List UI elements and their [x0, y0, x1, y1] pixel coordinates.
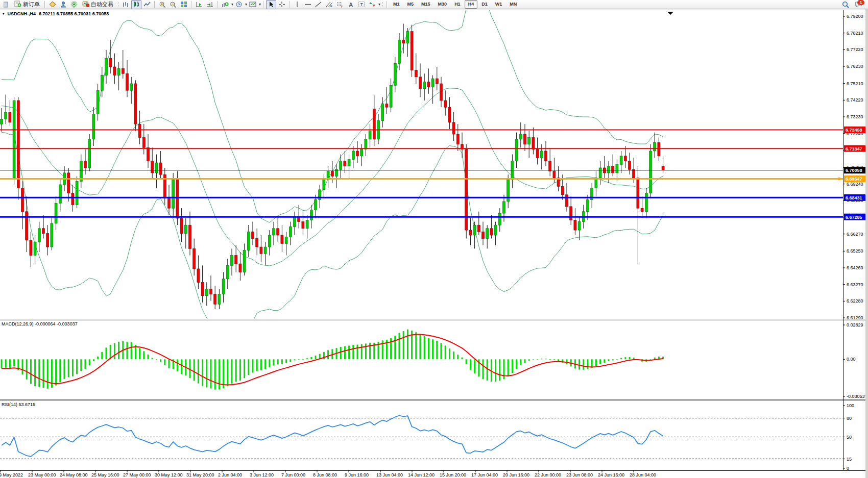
- auto-trading-icon: [82, 1, 89, 8]
- chart-marker-icon: ▾: [3, 12, 5, 16]
- timeframe-m30[interactable]: M30: [435, 0, 451, 9]
- text-tool-icon[interactable]: A: [346, 0, 356, 9]
- time-label: 28 Jun 04:00: [630, 472, 656, 477]
- svg-text:15: 15: [847, 457, 852, 462]
- fibonacci-tool-icon[interactable]: F: [335, 0, 345, 9]
- line-chart-type-icon[interactable]: [142, 0, 152, 9]
- toolbar-separator: [44, 1, 45, 8]
- arrows-caret-icon[interactable]: ▾: [378, 2, 380, 7]
- rsi-value: 53.6715: [19, 402, 36, 407]
- time-label: 13 Jun 04:00: [376, 472, 403, 477]
- time-label: 23 May 00:00: [28, 472, 56, 477]
- time-label: 30 May 12:00: [155, 472, 183, 477]
- chart-title: ▾ USDCNH-,H4 6.70211 6.70355 6.70031 6.7…: [3, 11, 109, 16]
- indicators-caret-icon[interactable]: ▾: [231, 2, 233, 7]
- svg-text:6.67285: 6.67285: [846, 215, 862, 220]
- time-label: 15 Jun 20:00: [440, 472, 466, 477]
- toolbar-separator: [263, 1, 264, 8]
- timeframe-w1[interactable]: W1: [492, 0, 506, 9]
- periods-caret-icon[interactable]: ▾: [245, 2, 247, 7]
- auto-trading-label: 自动交易: [91, 1, 113, 8]
- tile-windows-icon[interactable]: [179, 0, 189, 9]
- notifications-button[interactable]: 1: [854, 1, 863, 9]
- svg-text:6.70058: 6.70058: [846, 168, 862, 173]
- time-label: 9 Jun 16:00: [345, 472, 369, 477]
- chart-canvas[interactable]: 6.792006.782106.772206.762306.752106.742…: [0, 9, 868, 478]
- time-label: 31 May 20:00: [186, 472, 214, 477]
- time-label: 27 May 00:00: [123, 472, 151, 477]
- window-edge: [865, 9, 868, 478]
- horizontal-line-tool-icon[interactable]: [303, 0, 313, 9]
- svg-text:50: 50: [847, 435, 852, 440]
- vertical-line-tool-icon[interactable]: [292, 0, 302, 9]
- time-label: 17 Jun 04:00: [471, 472, 498, 477]
- svg-text:100: 100: [847, 403, 854, 408]
- timeframe-h1[interactable]: H1: [451, 0, 464, 9]
- market-icon[interactable]: [69, 0, 79, 9]
- svg-text:80: 80: [847, 416, 852, 421]
- svg-text:6.74220: 6.74220: [847, 97, 863, 103]
- arrows-tool-icon[interactable]: [367, 0, 377, 9]
- metaeditor-icon[interactable]: [47, 0, 58, 9]
- chart-svg: 6.792006.782106.772206.762306.752106.742…: [0, 9, 868, 478]
- svg-text:6.75210: 6.75210: [847, 81, 863, 86]
- timeframe-h4[interactable]: H4: [465, 0, 478, 9]
- macd-signal-value: -0.003037: [57, 321, 78, 326]
- svg-text:6.65250: 6.65250: [847, 248, 863, 254]
- templates-caret-icon[interactable]: ▾: [259, 2, 261, 7]
- toolbar: 新订单 自动交易: [0, 0, 868, 9]
- new-order-icon: [14, 1, 21, 8]
- community-icon[interactable]: [58, 0, 68, 9]
- svg-text:6.79200: 6.79200: [847, 14, 863, 19]
- trendline-tool-icon[interactable]: [314, 0, 324, 9]
- periods-clock-icon[interactable]: [234, 0, 244, 9]
- zoom-in-icon[interactable]: [157, 0, 167, 9]
- chart-shift-icon[interactable]: [205, 0, 215, 9]
- toolbar-separator: [289, 1, 290, 8]
- toolbar-grip: [117, 2, 119, 8]
- templates-icon[interactable]: [248, 0, 258, 9]
- macd-name: MACD(12,26,9): [2, 321, 34, 326]
- timeframe-m15[interactable]: M15: [418, 0, 434, 9]
- toolbar-grip: [382, 2, 383, 8]
- macd-value: -0.000064: [35, 321, 56, 326]
- indicators-icon[interactable]: [220, 0, 230, 9]
- crosshair-icon[interactable]: [277, 0, 287, 9]
- timeframe-m5[interactable]: M5: [404, 0, 418, 9]
- time-label: 25 May 16:00: [91, 472, 119, 477]
- svg-text:-0.030537: -0.030537: [847, 394, 867, 399]
- bar-chart-type-icon[interactable]: [120, 0, 131, 9]
- macd-indicator-label: MACD(12,26,9) -0.000064 -0.003037: [2, 321, 78, 326]
- svg-text:6.68431: 6.68431: [846, 195, 862, 200]
- clipped-chart-icon[interactable]: [1, 0, 11, 9]
- time-label: 24 May 08:00: [60, 472, 88, 477]
- svg-text:0.00: 0.00: [847, 357, 856, 362]
- timeframe-d1[interactable]: D1: [478, 0, 491, 9]
- time-label: 23 Jun 08:00: [566, 472, 593, 477]
- cursor-icon[interactable]: [266, 0, 276, 9]
- svg-text:F: F: [341, 5, 343, 8]
- rsi-name: RSI(14): [2, 402, 17, 407]
- time-label: 7 Jun 00:00: [281, 472, 305, 477]
- svg-text:6.76230: 6.76230: [847, 64, 863, 69]
- zoom-out-icon[interactable]: [168, 0, 178, 9]
- toolbar-right: 1: [840, 0, 867, 9]
- auto-trading-button[interactable]: 自动交易: [80, 1, 116, 9]
- timeframe-m1[interactable]: M1: [390, 0, 403, 9]
- channel-tool-icon[interactable]: E: [324, 0, 334, 9]
- label-tool-icon[interactable]: T: [356, 0, 367, 9]
- auto-scroll-icon[interactable]: [194, 0, 204, 9]
- time-label: 19 May 2022: [0, 472, 23, 477]
- toolbar-separator: [154, 1, 155, 8]
- toolbar-separator: [387, 1, 388, 8]
- timeframe-mn[interactable]: MN: [506, 0, 520, 9]
- svg-text:6.66270: 6.66270: [847, 232, 863, 237]
- time-label: 8 Jun 08:00: [313, 472, 337, 477]
- toolbar-separator: [191, 1, 192, 8]
- new-order-button[interactable]: 新订单: [12, 1, 42, 9]
- search-icon[interactable]: [840, 0, 851, 9]
- time-label: 22 Jun 00:00: [535, 472, 561, 477]
- toolbar-separator: [217, 1, 218, 8]
- symbol-period-label: USDCNH-,H4: [8, 11, 36, 16]
- candlestick-type-icon[interactable]: [131, 0, 141, 9]
